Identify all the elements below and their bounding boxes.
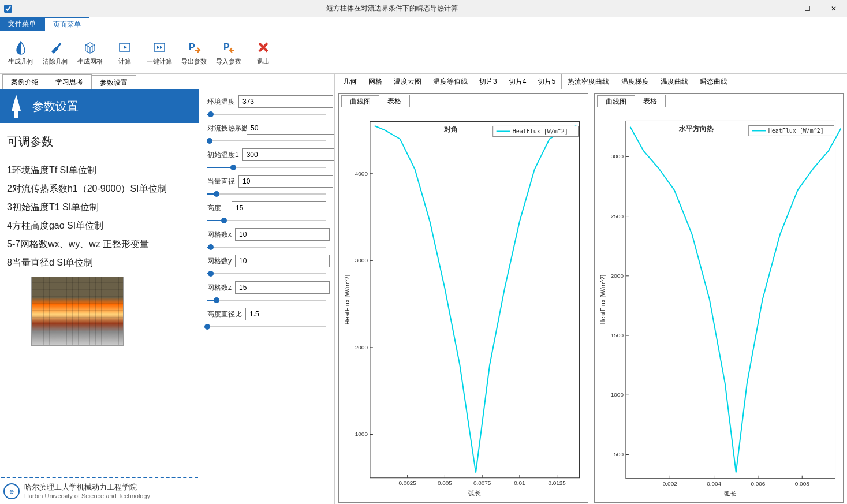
- exit-button[interactable]: 退出: [247, 34, 279, 71]
- right-tabs: 几何网格温度云图温度等值线切片3切片4切片5热流密度曲线温度梯度温度曲线瞬态曲线: [335, 74, 847, 89]
- minimize-button[interactable]: —: [767, 0, 794, 17]
- chart2-tab-table[interactable]: 表格: [635, 95, 666, 107]
- param-row-env_temp: 环境温度: [207, 95, 326, 118]
- oneclick-compute-button[interactable]: 一键计算: [143, 34, 176, 71]
- right-tab-网格[interactable]: 网格: [363, 74, 388, 89]
- right-tab-切片4[interactable]: 切片4: [503, 74, 532, 89]
- param-row-meshy: 网格数y: [207, 255, 326, 278]
- param-input-conv_coef[interactable]: [247, 122, 334, 135]
- param-row-meshx: 网格数x: [207, 228, 326, 251]
- cube-mesh-icon: [81, 39, 99, 56]
- tab-params[interactable]: 参数设置: [91, 75, 136, 89]
- right-tab-温度梯度[interactable]: 温度梯度: [615, 74, 655, 89]
- param-slider-env_temp[interactable]: [207, 110, 326, 118]
- svg-text:0.002: 0.002: [662, 480, 677, 487]
- param-slider-init_temp[interactable]: [207, 163, 326, 171]
- droplet-icon: [12, 39, 29, 56]
- right-panel: 几何网格温度云图温度等值线切片3切片4切片5热流密度曲线温度梯度温度曲线瞬态曲线…: [335, 74, 847, 504]
- param-label-ratio: 高度直径比: [207, 309, 242, 319]
- param-input-env_temp[interactable]: [238, 95, 333, 108]
- right-tab-温度曲线[interactable]: 温度曲线: [655, 74, 694, 89]
- svg-text:1500: 1500: [610, 332, 624, 338]
- university-footer: ⊕ 哈尔滨理工大学机械动力工程学院 Harbin University of S…: [0, 481, 199, 504]
- right-tab-温度等值线[interactable]: 温度等值线: [427, 74, 473, 89]
- import-params-button[interactable]: P 导入参数: [212, 34, 245, 71]
- app-icon: [0, 1, 16, 17]
- maximize-button[interactable]: ☐: [794, 0, 820, 17]
- param-label-conv_coef: 对流换热系数: [207, 124, 243, 133]
- svg-text:0.0075: 0.0075: [473, 480, 491, 486]
- param-slider-height[interactable]: [207, 216, 326, 225]
- param-input-height[interactable]: [232, 201, 326, 214]
- chart1-tab-curve[interactable]: 曲线图: [341, 95, 379, 107]
- param-row-ratio: 高度直径比: [207, 308, 326, 331]
- svg-text:0.005: 0.005: [438, 480, 452, 486]
- clear-geom-button[interactable]: 清除几何: [39, 34, 72, 71]
- svg-line-1: [57, 43, 61, 48]
- param-input-init_temp[interactable]: [242, 148, 334, 161]
- svg-text:0.01: 0.01: [514, 480, 525, 486]
- title-bar: 短方柱体在对流边界条件下的瞬态导热计算 — ☐ ✕: [0, 0, 847, 17]
- param-input-panel: 环境温度 对流换热系数 初始温度1 当量直径: [199, 89, 334, 504]
- svg-text:0.008: 0.008: [794, 480, 809, 487]
- param-slider-diameter[interactable]: [207, 190, 326, 198]
- param-input-meshz[interactable]: [235, 281, 330, 294]
- svg-text:HeatFlux [W/m^2]: HeatFlux [W/m^2]: [599, 275, 606, 325]
- tab-study[interactable]: 学习思考: [47, 74, 92, 89]
- chart-box-1: 曲线图 表格 10002000300040000.00250.0050.0075…: [338, 93, 588, 503]
- param-input-meshx[interactable]: [235, 228, 330, 241]
- info-panel: 参数设置 可调参数 1环境温度Tf SI单位制 2对流传热系数h1（20-900…: [0, 89, 199, 504]
- svg-text:对角: 对角: [443, 125, 458, 133]
- svg-rect-8: [14, 111, 18, 118]
- chart1-tab-table[interactable]: 表格: [379, 95, 410, 107]
- right-tab-热流密度曲线[interactable]: 热流密度曲线: [561, 74, 615, 89]
- chart2-tab-curve[interactable]: 曲线图: [597, 95, 635, 107]
- param-label-init_temp: 初始温度1: [207, 150, 239, 160]
- param-desc-6: 8当量直径d SI单位制: [7, 253, 192, 272]
- right-tab-瞬态曲线[interactable]: 瞬态曲线: [694, 74, 733, 89]
- param-input-ratio[interactable]: [245, 308, 334, 320]
- left-tabs: 案例介绍 学习思考 参数设置: [0, 74, 334, 89]
- param-desc-5: 5-7网格数wx、wy、wz 正整形变量: [7, 235, 192, 253]
- param-desc-2: 2对流传热系数h1（20-9000）SI单位制: [7, 180, 192, 198]
- param-slider-meshz[interactable]: [207, 296, 326, 304]
- brush-icon: [47, 39, 64, 56]
- param-slider-ratio[interactable]: [207, 323, 326, 331]
- svg-text:0.0025: 0.0025: [398, 480, 416, 486]
- param-input-diameter[interactable]: [238, 175, 333, 188]
- right-tab-几何[interactable]: 几何: [337, 74, 363, 89]
- divider: [1, 477, 198, 478]
- tab-intro[interactable]: 案例介绍: [2, 74, 47, 89]
- university-logo-icon: ⊕: [3, 483, 20, 499]
- param-input-meshy[interactable]: [235, 255, 330, 267]
- right-tab-切片5[interactable]: 切片5: [532, 74, 561, 89]
- export-params-button[interactable]: P 导出参数: [178, 34, 210, 71]
- compute-button[interactable]: 计算: [109, 34, 141, 71]
- right-tab-温度云图[interactable]: 温度云图: [388, 74, 427, 89]
- close-button[interactable]: ✕: [820, 0, 847, 17]
- param-slider-conv_coef[interactable]: [207, 137, 326, 145]
- svg-text:P: P: [223, 42, 230, 52]
- tower-icon: [6, 94, 27, 119]
- play-all-icon: [151, 39, 168, 56]
- svg-text:4000: 4000: [355, 170, 368, 177]
- play-icon: [116, 39, 133, 56]
- svg-text:1000: 1000: [610, 391, 624, 398]
- export-icon: P: [185, 39, 203, 56]
- svg-text:弧长: 弧长: [468, 490, 481, 496]
- param-label-meshx: 网格数x: [207, 230, 232, 240]
- right-tab-切片3[interactable]: 切片3: [473, 74, 503, 89]
- svg-text:0.006: 0.006: [751, 480, 765, 487]
- param-slider-meshy[interactable]: [207, 270, 326, 278]
- param-label-height: 高度: [207, 203, 228, 213]
- svg-text:1000: 1000: [355, 431, 368, 437]
- svg-text:HeatFlux [W/m^2]: HeatFlux [W/m^2]: [513, 128, 568, 135]
- ribbon-toolbar: 生成几何 清除几何 生成网格 计算 一键计算 P 导出参数 P 导入参数 退出: [0, 31, 847, 74]
- gen-mesh-button[interactable]: 生成网格: [74, 34, 106, 71]
- menu-file[interactable]: 文件菜单: [0, 17, 44, 31]
- chart-2-plot: 500100015002000250030000.0020.0040.0060.…: [597, 110, 841, 500]
- param-slider-meshx[interactable]: [207, 243, 326, 251]
- gen-geom-button[interactable]: 生成几何: [5, 34, 37, 71]
- svg-text:500: 500: [614, 451, 624, 457]
- menu-page[interactable]: 页面菜单: [44, 17, 89, 31]
